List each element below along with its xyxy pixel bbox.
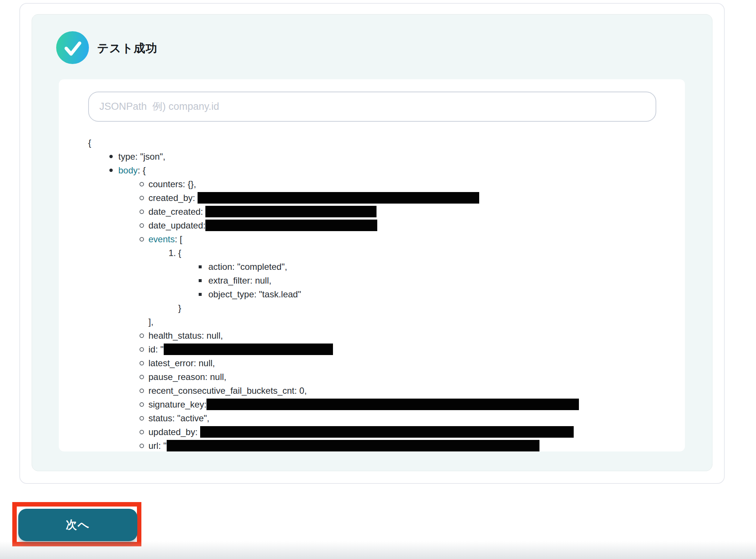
json-text: date_updated: xyxy=(148,220,205,230)
json-line: health_status: null, xyxy=(59,329,685,342)
success-check-icon xyxy=(56,31,89,64)
json-text: pause_reason: null, xyxy=(148,372,226,382)
json-line: counters: {}, xyxy=(59,177,685,191)
json-result-panel: {type: "json",body: {counters: {},create… xyxy=(59,79,685,451)
list-marker-circle xyxy=(140,182,144,186)
list-marker-square xyxy=(199,265,202,268)
json-line: type: "json", xyxy=(59,150,685,163)
list-marker-circle xyxy=(140,347,144,352)
redacted-value-bar xyxy=(206,399,579,410)
json-text: counters: {}, xyxy=(148,179,196,189)
json-text: date_created: xyxy=(148,207,205,217)
json-key-body[interactable]: body xyxy=(118,165,138,175)
list-marker-circle xyxy=(140,196,144,200)
json-line: url: " xyxy=(59,439,685,451)
checkmark-glyph xyxy=(56,31,89,64)
list-marker-disc xyxy=(109,155,113,158)
json-line: recent_consecutive_fail_buckets_cnt: 0, xyxy=(59,384,685,397)
json-line: latest_error: null, xyxy=(59,356,685,370)
json-line: status: "active", xyxy=(59,411,685,425)
json-text: url: " xyxy=(148,441,167,451)
list-marker-square xyxy=(199,279,202,282)
redacted-value-bar xyxy=(205,220,377,231)
json-line: id: " xyxy=(59,342,685,356)
list-marker-circle xyxy=(140,416,144,421)
json-line: date_updated: xyxy=(59,218,685,232)
json-line: body: { xyxy=(59,163,685,177)
json-tree: {type: "json",body: {counters: {},create… xyxy=(59,136,685,451)
json-text: id: " xyxy=(148,344,164,354)
list-marker-circle xyxy=(140,444,144,448)
list-marker-circle xyxy=(140,375,144,379)
json-line: action: "completed", xyxy=(59,260,685,274)
json-line: signature_key: xyxy=(59,397,685,411)
json-text: ], xyxy=(148,317,153,327)
redacted-value-bar xyxy=(164,344,333,355)
list-marker-circle xyxy=(140,223,144,228)
list-marker-circle xyxy=(140,430,144,434)
json-key-events[interactable]: events xyxy=(148,234,175,244)
list-marker-square xyxy=(199,293,202,296)
list-marker-num: 1. xyxy=(166,246,176,260)
page: テスト成功 {type: "json",body: {counters: {},… xyxy=(0,0,756,559)
json-line: 1.{ xyxy=(59,246,685,260)
json-text: object_type: "task.lead" xyxy=(208,289,301,299)
list-marker-circle xyxy=(140,210,144,214)
redacted-value-bar xyxy=(198,192,479,204)
json-text: : { xyxy=(138,165,145,175)
json-text: status: "active", xyxy=(148,413,209,423)
json-text: health_status: null, xyxy=(148,330,223,341)
json-text: type: "json", xyxy=(118,151,165,162)
json-line: extra_filter: null, xyxy=(59,274,685,287)
json-line: events: [ xyxy=(59,232,685,246)
json-text: action: "completed", xyxy=(208,262,287,272)
jsonpath-input[interactable] xyxy=(88,92,656,122)
json-text: created_by: xyxy=(148,193,198,203)
json-text: recent_consecutive_fail_buckets_cnt: 0, xyxy=(148,386,307,396)
json-text: { xyxy=(178,248,181,258)
json-line: ], xyxy=(59,315,685,329)
json-line: } xyxy=(59,301,685,315)
test-success-title: テスト成功 xyxy=(97,41,157,56)
json-line: updated_by: xyxy=(59,425,685,439)
json-text: { xyxy=(88,138,91,148)
json-line: pause_reason: null, xyxy=(59,370,685,384)
redacted-value-bar xyxy=(205,206,377,217)
json-line: object_type: "task.lead" xyxy=(59,287,685,301)
list-marker-circle xyxy=(140,389,144,393)
json-text: } xyxy=(178,303,181,313)
json-text: signature_key: xyxy=(148,399,206,409)
json-text: : [ xyxy=(175,234,182,244)
list-marker-circle xyxy=(140,333,144,338)
json-text: updated_by: xyxy=(148,427,200,437)
list-marker-disc xyxy=(109,169,113,172)
json-line: { xyxy=(59,136,685,150)
list-marker-circle xyxy=(140,402,144,407)
redacted-value-bar xyxy=(200,426,574,438)
json-text: extra_filter: null, xyxy=(208,275,271,285)
list-marker-circle xyxy=(140,237,144,242)
json-text: latest_error: null, xyxy=(148,358,215,368)
next-button[interactable]: 次へ xyxy=(18,509,137,541)
list-marker-circle xyxy=(140,361,144,365)
json-line: date_created: xyxy=(59,205,685,218)
redacted-value-bar xyxy=(167,440,539,451)
json-line: created_by: xyxy=(59,191,685,205)
